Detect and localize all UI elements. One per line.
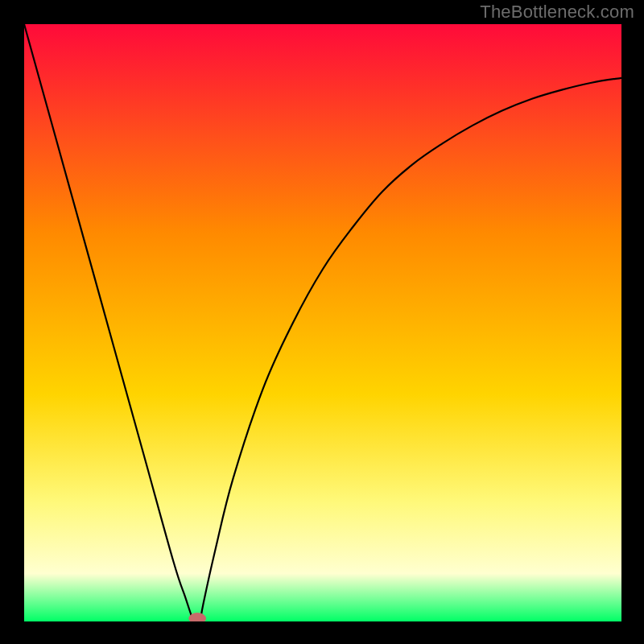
plot-area bbox=[24, 24, 621, 621]
gradient-background bbox=[24, 24, 621, 621]
chart-frame: TheBottleneck.com bbox=[0, 0, 644, 644]
watermark-text: TheBottleneck.com bbox=[480, 2, 634, 23]
minimum-marker bbox=[189, 613, 206, 621]
chart-svg bbox=[24, 24, 621, 621]
